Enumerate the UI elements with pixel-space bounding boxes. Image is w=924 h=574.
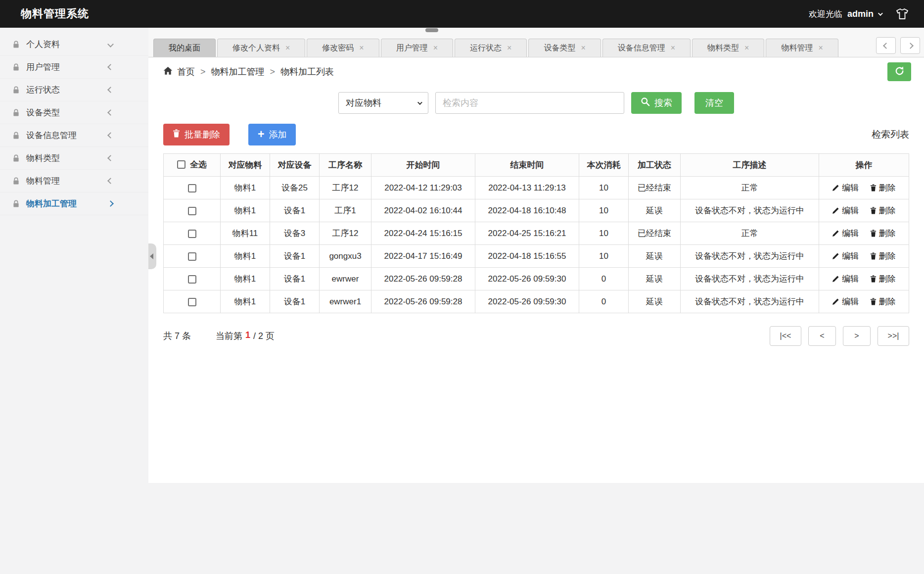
sidebar-item[interactable]: 物料加工管理: [0, 192, 148, 215]
tab-label: 设备类型: [544, 43, 575, 53]
sidebar-item-label: 用户管理: [26, 61, 60, 73]
tab[interactable]: 设备类型 ×: [528, 39, 601, 57]
tabs-scrollbar-thumb[interactable]: [425, 28, 438, 32]
header-start-time: 开始时间: [371, 154, 475, 177]
add-button[interactable]: + 添加: [248, 124, 296, 145]
batch-delete-button[interactable]: 批量删除: [163, 124, 230, 145]
add-button-label: 添加: [269, 129, 286, 141]
edit-label: 编辑: [842, 273, 859, 285]
cell-actions: 编辑 删除: [819, 177, 909, 199]
sidebar-item[interactable]: 设备信息管理: [0, 124, 148, 147]
tab-label: 物料类型: [707, 43, 739, 53]
plus-icon: +: [258, 129, 264, 140]
edit-button[interactable]: 编辑: [832, 228, 859, 239]
edit-button[interactable]: 编辑: [832, 205, 859, 216]
sidebar-item[interactable]: 个人资料: [0, 33, 148, 56]
row-checkbox[interactable]: [188, 252, 196, 261]
sidebar-item[interactable]: 设备类型: [0, 101, 148, 124]
cell-actions: 编辑 删除: [819, 268, 909, 290]
batch-delete-label: 批量删除: [185, 129, 220, 141]
refresh-icon: [894, 66, 905, 78]
tab-close-icon[interactable]: ×: [744, 44, 749, 52]
tab[interactable]: 修改个人资料 ×: [217, 39, 305, 57]
prev-page-button[interactable]: <: [808, 326, 836, 346]
tab-close-icon[interactable]: ×: [818, 44, 823, 52]
select-all-checkbox[interactable]: [177, 160, 185, 169]
cell-end-time: 2022-04-18 16:10:48: [475, 199, 579, 222]
cell-consumption: 10: [579, 199, 629, 222]
collapse-arrow-icon: [150, 253, 153, 259]
sidebar-item[interactable]: 物料管理: [0, 170, 148, 192]
tab[interactable]: 运行状态 ×: [455, 39, 527, 57]
cell-description: 正常: [681, 222, 819, 245]
tab[interactable]: 用户管理 ×: [381, 39, 453, 57]
edit-label: 编辑: [842, 182, 859, 193]
edit-button[interactable]: 编辑: [832, 296, 859, 307]
tab[interactable]: 物料管理 ×: [766, 39, 838, 57]
tab-close-icon[interactable]: ×: [285, 44, 290, 52]
tab[interactable]: 我的桌面: [153, 39, 216, 57]
tab-close-icon[interactable]: ×: [581, 44, 585, 52]
cell-material: 物料1: [221, 199, 270, 222]
tab-close-icon[interactable]: ×: [507, 44, 511, 52]
tabs-strip: 我的桌面 修改个人资料 × 修改密码 × 用户管理 × 运行状态 × 设备类型 …: [153, 39, 877, 57]
last-page-button[interactable]: >>|: [878, 326, 909, 346]
select-all-label: 全选: [190, 159, 207, 170]
delete-button[interactable]: 删除: [870, 296, 896, 307]
cell-description: 设备状态不对，状态为运行中: [681, 268, 819, 290]
row-checkbox[interactable]: [188, 230, 196, 238]
sidebar-chevron-icon: [107, 200, 114, 207]
delete-label: 删除: [879, 273, 896, 285]
header-end-time: 结束时间: [475, 154, 579, 177]
tab[interactable]: 修改密码 ×: [307, 39, 379, 57]
tab-nav: [872, 37, 920, 54]
delete-button[interactable]: 删除: [870, 273, 896, 285]
edit-button[interactable]: 编辑: [832, 250, 859, 262]
tab-close-icon[interactable]: ×: [359, 44, 364, 52]
header-description: 工序描述: [681, 154, 819, 177]
cell-process: 工序12: [320, 222, 371, 245]
header-actions: 操作: [819, 154, 909, 177]
refresh-button[interactable]: [887, 62, 911, 81]
cell-consumption: 10: [579, 222, 629, 245]
next-page-button[interactable]: >: [843, 326, 871, 346]
delete-button[interactable]: 删除: [870, 205, 896, 216]
main-content: 我的桌面 修改个人资料 × 修改密码 × 用户管理 × 运行状态 × 设备类型 …: [148, 28, 924, 483]
row-checkbox[interactable]: [188, 184, 196, 192]
first-page-button[interactable]: |<<: [770, 326, 801, 346]
delete-button[interactable]: 删除: [870, 182, 896, 193]
search-field-select[interactable]: 对应物料: [338, 92, 428, 114]
edit-button[interactable]: 编辑: [832, 273, 859, 285]
delete-button[interactable]: 删除: [870, 228, 896, 239]
sidebar-collapse-handle[interactable]: [148, 243, 156, 269]
cell-material: 物料1: [221, 177, 270, 199]
edit-button[interactable]: 编辑: [832, 182, 859, 193]
sidebar-nav: 个人资料 用户管理 运行状态: [0, 28, 148, 215]
sidebar-item[interactable]: 用户管理: [0, 56, 148, 79]
tab[interactable]: 物料类型 ×: [692, 39, 764, 57]
row-checkbox[interactable]: [188, 207, 196, 215]
row-checkbox[interactable]: [188, 275, 196, 284]
tabs-scroll-left-button[interactable]: [876, 37, 896, 54]
cell-status: 延误: [629, 199, 681, 222]
lock-icon: [12, 154, 20, 162]
search-input[interactable]: [435, 92, 624, 114]
breadcrumb-home[interactable]: 首页: [163, 66, 195, 78]
sidebar-item[interactable]: 物料类型: [0, 147, 148, 170]
delete-button[interactable]: 删除: [870, 250, 896, 262]
user-menu[interactable]: admin: [847, 9, 881, 19]
tab-close-icon[interactable]: ×: [433, 44, 438, 52]
tab[interactable]: 设备信息管理 ×: [602, 39, 691, 57]
tabs-scroll-right-button[interactable]: [900, 37, 920, 54]
cell-process: ewrwer: [320, 268, 371, 290]
clear-button[interactable]: 清空: [694, 92, 734, 114]
current-page-suffix: / 2 页: [253, 330, 275, 342]
row-checkbox[interactable]: [188, 298, 196, 306]
sidebar-item[interactable]: 运行状态: [0, 79, 148, 101]
search-button[interactable]: 搜索: [631, 92, 682, 114]
tab-close-icon[interactable]: ×: [671, 44, 675, 52]
cell-status: 延误: [629, 245, 681, 268]
sidebar-item-label: 运行状态: [26, 84, 60, 96]
tab-label: 我的桌面: [169, 43, 200, 53]
theme-shirt-icon[interactable]: [895, 8, 909, 20]
